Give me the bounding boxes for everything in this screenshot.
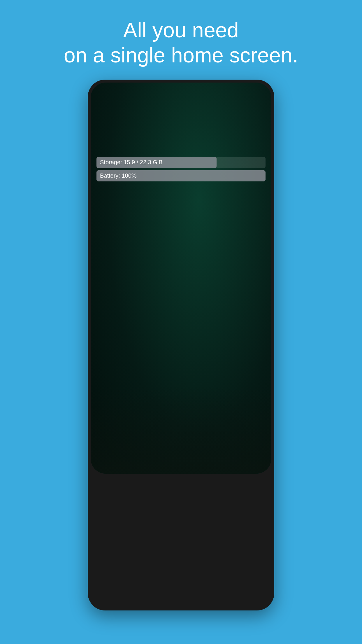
phone-screen: 13:47 ⊖ 📶 📡 100% 🔋 13:47 ◑ +15° bbox=[91, 83, 271, 474]
headline-line1: All you need bbox=[0, 18, 362, 43]
battery-bar-container: Battery: 100% bbox=[96, 170, 266, 181]
storage-bar: Storage: 15.9 / 22.3 GiB bbox=[96, 157, 217, 168]
phone-mockup: 13:47 ⊖ 📶 📡 100% 🔋 13:47 ◑ +15° bbox=[0, 80, 362, 610]
phone-body: 13:47 ⊖ 📶 📡 100% 🔋 13:47 ◑ +15° bbox=[88, 80, 274, 610]
phone-background bbox=[91, 83, 271, 474]
headline-line2: on a single home screen. bbox=[0, 43, 362, 68]
battery-text: Battery: 100% bbox=[100, 172, 137, 179]
battery-bar: Battery: 100% bbox=[96, 170, 266, 181]
storage-bar-container: Storage: 15.9 / 22.3 GiB bbox=[96, 157, 266, 168]
storage-text: Storage: 15.9 / 22.3 GiB bbox=[100, 159, 163, 166]
headline: All you need on a single home screen. bbox=[0, 0, 362, 80]
monitor-section: Storage: 15.9 / 22.3 GiB Battery: 100% bbox=[91, 155, 271, 186]
